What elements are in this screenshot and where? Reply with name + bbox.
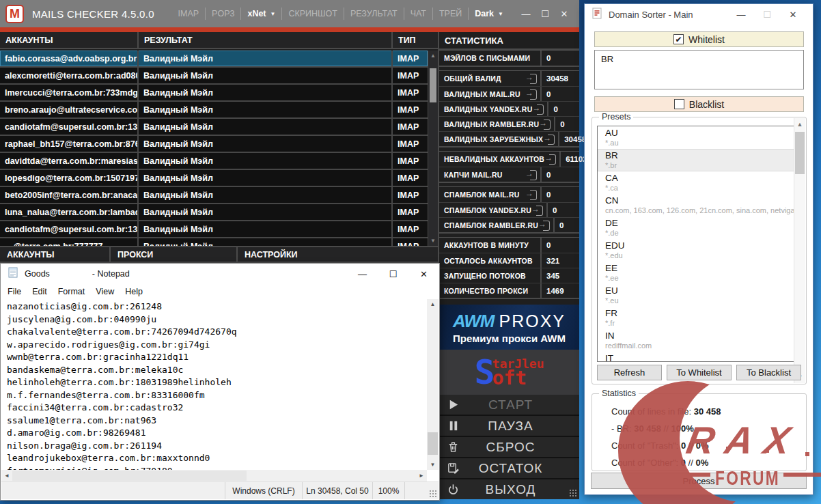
text-editor-area[interactable]: nazanoticias@ig.com.br:261248juscylena@i… — [1, 299, 427, 470]
tab-0[interactable]: АККАУНТЫ — [0, 247, 111, 262]
scroll-down-icon[interactable]: ▼ — [428, 238, 438, 244]
preset-item-fr[interactable]: FR*.fr — [598, 307, 801, 329]
pause-button[interactable]: ПАУЗА — [439, 416, 579, 437]
resize-grip[interactable] — [569, 489, 578, 498]
scrollbar-thumb[interactable] — [12, 471, 247, 481]
mc-minimize-button[interactable]: — — [516, 9, 535, 19]
whitelist-checkbox[interactable]: ✔ — [673, 34, 684, 44]
remainder-button[interactable]: ОСТАТОК — [439, 458, 579, 479]
column-header-type[interactable]: ТИП — [393, 32, 438, 48]
menu-file[interactable]: File — [2, 287, 27, 296]
table-scrollbar[interactable]: ▲ ▼ — [428, 51, 438, 246]
export-icon[interactable] — [525, 190, 537, 199]
menu-item-result[interactable]: РЕЗУЛЬТАТ — [344, 8, 404, 20]
scroll-left-icon[interactable]: ◄ — [4, 473, 10, 479]
menu-format[interactable]: Format — [53, 287, 91, 296]
reset-button[interactable]: СБРОС — [439, 437, 579, 458]
sorter-minimize-button[interactable]: — — [728, 10, 754, 20]
menu-view[interactable]: View — [90, 287, 120, 296]
sorter-close-button[interactable]: ✕ — [780, 10, 806, 20]
menu-item-imap[interactable]: IMAP — [172, 8, 206, 20]
menu-item-chat[interactable]: ЧАТ — [404, 8, 432, 20]
table-row[interactable]: davidtda@terra.com.br:maresias1239Валидн… — [0, 153, 428, 170]
scrollbar-thumb[interactable] — [428, 432, 438, 455]
scrollbar-thumb[interactable] — [795, 132, 805, 174]
scroll-up-icon[interactable]: ▲ — [427, 301, 439, 307]
preset-item-edu[interactable]: EDU*.edu — [598, 239, 801, 262]
start-button[interactable]: СТАРТ — [439, 395, 579, 416]
notepad-minimize-button[interactable]: — — [347, 269, 378, 279]
tab-2[interactable]: НАСТРОЙКИ — [238, 247, 438, 262]
refresh-button[interactable]: Refresh — [597, 365, 662, 380]
notepad-vscrollbar[interactable]: ▲ ▼ — [427, 299, 439, 470]
preset-item-eu[interactable]: EU*.eu — [598, 284, 801, 307]
scroll-up-icon[interactable]: ▲ — [794, 121, 805, 128]
stat-row: СПАМБЛОК YANDEX.RU0 — [439, 202, 579, 217]
menu-item-pop3[interactable]: POP3 — [205, 8, 240, 20]
preset-item-br[interactable]: BR*.br — [598, 149, 801, 171]
notepad-maximize-button[interactable]: ☐ — [378, 269, 408, 279]
scrollbar-thumb[interactable] — [430, 68, 436, 102]
table-row[interactable]: beto2005inf@terra.com.br:anacarla1Валидн… — [0, 187, 428, 204]
export-icon[interactable] — [539, 120, 551, 129]
presets-list[interactable]: AU*.auBR*.brCA*.caCNcn.com, 163.com, 126… — [597, 126, 801, 362]
table-row[interactable]: raphael_bh157@terra.com.br:876845Валидны… — [0, 136, 428, 153]
table-row[interactable]: candiotafm@supersul.com.br:130220Валидны… — [0, 221, 428, 238]
export-icon[interactable] — [531, 206, 543, 215]
sorter-maximize-button[interactable]: ☐ — [754, 10, 780, 20]
table-row[interactable]: breno.araujo@ultratecservice.com.brВалид… — [0, 102, 428, 119]
presets-scrollbar[interactable]: ▲ ▼ — [794, 118, 805, 383]
starjleu-soft-logo[interactable]: S tarJleu oft — [439, 350, 579, 395]
awm-proxy-banner[interactable]: AWM PROXY Премиум прокси AWM — [439, 305, 579, 350]
tab-1[interactable]: ПРОКСИ — [111, 247, 238, 262]
menu-item-screenshot[interactable]: СКРИНШОТ — [281, 8, 343, 20]
table-row[interactable]: candiotafm@supersul.com.br:130220Валидны… — [0, 119, 428, 136]
scroll-right-icon[interactable]: ► — [419, 473, 424, 479]
table-row[interactable]: lmercucci@terra.com.br:733mdgamrВалидный… — [0, 85, 428, 102]
column-header-result[interactable]: РЕЗУЛЬТАТ — [139, 32, 393, 48]
blacklist-checkbox[interactable] — [674, 99, 684, 109]
export-icon[interactable] — [525, 170, 537, 180]
to-whitelist-button[interactable]: To Whitelist — [667, 365, 732, 380]
process-button[interactable]: Process — [591, 473, 807, 489]
resize-grip[interactable] — [429, 490, 437, 498]
notepad-close-button[interactable]: ✕ — [408, 269, 439, 279]
table-row[interactable]: alexcmoretti@terra.com.br:ad080366Валидн… — [0, 68, 428, 85]
mc-maximize-button[interactable]: ☐ — [535, 9, 555, 19]
preset-item-au[interactable]: AU*.au — [598, 126, 801, 149]
notepad-titlebar[interactable]: Goods - Notepad —☐✕ — [1, 264, 439, 284]
export-icon[interactable] — [543, 135, 555, 144]
table-row[interactable]: …@terra.com.br:777777Валидный МэйлIMAP — [0, 238, 428, 246]
scroll-down-icon[interactable]: ▼ — [427, 462, 439, 468]
power-icon — [439, 483, 467, 496]
table-row[interactable]: fabio.corassa@adv.oabsp.org.br:9005Валид… — [0, 51, 428, 68]
preset-item-in[interactable]: INrediffmail.com — [598, 329, 801, 352]
menu-item-tray[interactable]: ТРЕЙ — [432, 8, 468, 20]
table-row[interactable]: lopesdigo@terra.com.br:1507197912Валидны… — [0, 170, 428, 187]
mails-checker-titlebar[interactable]: M MAILS CHECKER 4.5.0.0 IMAPPOP3xNet▼СКР… — [0, 0, 579, 27]
export-icon[interactable] — [544, 154, 556, 164]
export-icon[interactable] — [538, 221, 550, 230]
document-icon — [592, 8, 602, 22]
export-icon[interactable] — [525, 89, 537, 99]
notepad-hscrollbar[interactable]: ◄ ► — [1, 470, 427, 481]
export-icon[interactable] — [532, 104, 544, 114]
exit-button[interactable]: ВЫХОД — [439, 479, 579, 499]
menu-edit[interactable]: Edit — [27, 287, 53, 296]
domain-sorter-titlebar[interactable]: Domain Sorter - Main —☐✕ — [585, 4, 813, 25]
preset-item-ca[interactable]: CA*.ca — [598, 171, 801, 194]
menu-help[interactable]: Help — [120, 287, 148, 296]
menu-item-xnet[interactable]: xNet▼ — [240, 8, 281, 20]
table-row[interactable]: luna_nalua@terra.com.br:lambadaВалидный … — [0, 204, 428, 221]
preset-item-cn[interactable]: CNcn.com, 163.com, 126.com, 21cn.com, si… — [598, 194, 801, 216]
preset-item-ee[interactable]: EE*.ee — [598, 262, 801, 284]
menu-item-theme[interactable]: Dark▼ — [468, 8, 510, 20]
to-blacklist-button[interactable]: To Blacklist — [736, 365, 801, 380]
mc-close-button[interactable]: ✕ — [555, 9, 574, 19]
scroll-up-icon[interactable]: ▲ — [428, 53, 438, 59]
column-header-accounts[interactable]: АККАУНТЫ — [0, 32, 139, 48]
export-icon[interactable] — [525, 74, 537, 83]
whitelist-textarea[interactable]: BR — [594, 50, 804, 89]
preset-item-de[interactable]: DE*.de — [598, 216, 801, 239]
preset-item-it[interactable]: IT — [598, 352, 801, 362]
